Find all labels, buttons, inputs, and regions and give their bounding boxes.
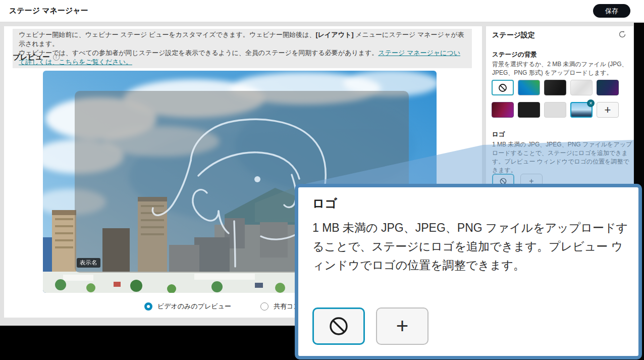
popup-logo-heading: ロゴ <box>312 195 337 212</box>
popup-no-logo-button[interactable] <box>312 307 365 345</box>
prohibition-icon <box>328 315 350 337</box>
radio-video-only-label[interactable]: ビデオのみのプレビュー <box>157 302 231 311</box>
swatch-black[interactable] <box>518 102 540 118</box>
radio-video-only[interactable] <box>144 302 152 311</box>
prohibition-icon <box>498 83 508 93</box>
popup-add-logo-button[interactable]: + <box>376 307 428 345</box>
swatch-dark-wave[interactable] <box>544 80 566 95</box>
display-name-badge: 表示名 <box>77 258 100 268</box>
banner-line1-pre: ウェビナー開始前に、ウェビナー ステージ ビューをカスタマイズできます。ウェビナ… <box>19 31 315 38</box>
background-swatch-row-1 <box>492 80 619 95</box>
remove-background-badge[interactable]: × <box>587 99 595 107</box>
popup-logo-buttons: + <box>312 307 428 345</box>
radio-shared-content[interactable] <box>260 302 269 311</box>
logo-description: 1 MB 未満の JPG、JPEG、PNG ファイルをアップロードすることで、ス… <box>492 140 632 175</box>
preview-heading: プレビューi <box>13 53 60 62</box>
swatch-magenta-gradient[interactable] <box>492 102 514 118</box>
swatch-light-gray[interactable] <box>544 102 566 118</box>
stage-manager-screen: ステージ マネージャー 保存 ウェビナー開始前に、ウェビナー ステージ ビューを… <box>0 0 644 360</box>
swatch-blue-green-gradient[interactable] <box>518 80 540 95</box>
refresh-icon[interactable] <box>618 30 626 38</box>
banner-line2: ウェビナーでは、すべての参加者が同じステージ設定を表示できるように、全員のステー… <box>19 49 378 57</box>
stage-background-heading: ステージの背景 <box>492 50 537 59</box>
save-button[interactable]: 保存 <box>593 4 630 18</box>
swatch-city-photo-selected[interactable]: × <box>570 102 593 118</box>
stage-settings-title: ステージ設定 <box>492 31 535 40</box>
swatch-light-swirl[interactable] <box>570 80 593 95</box>
page-title: ステージ マネージャー <box>9 6 88 16</box>
magnifier-popup: ロゴ 1 MB 未満の JPG、JPEG、PNG ファイルをアップロードすること… <box>295 184 642 359</box>
popup-logo-description: 1 MB 未満の JPG、JPEG、PNG ファイルをアップロードすることで、ス… <box>312 219 629 275</box>
page-header: ステージ マネージャー 保存 <box>0 0 644 22</box>
preview-heading-label: プレビュー <box>13 53 50 61</box>
swatch-teal-purple-gradient[interactable] <box>597 80 619 95</box>
stage-background-description: 背景を選択するか、2 MB 未満のファイル (JPG、JPEG、PNG 形式) … <box>492 60 629 77</box>
logo-heading: ロゴ <box>492 130 505 139</box>
swatch-add-upload[interactable]: + <box>597 102 619 118</box>
info-icon[interactable]: i <box>53 54 60 61</box>
background-swatch-row-2: × + <box>492 102 619 118</box>
swatch-none[interactable] <box>492 80 514 95</box>
banner-line1-bold: [レイアウト] <box>315 31 353 38</box>
info-banner: ウェビナー開始前に、ウェビナー ステージ ビューをカスタマイズできます。ウェビナ… <box>13 29 472 68</box>
